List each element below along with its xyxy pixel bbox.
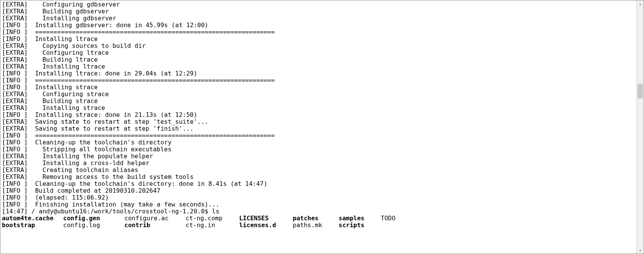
log-line: [EXTRA] Installing the populate helper <box>2 153 635 160</box>
ls-output-row: bootstrapconfig.logcontribct-ng.inlicens… <box>2 222 635 229</box>
log-line: [EXTRA] Creating toolchain aliases <box>2 167 635 174</box>
log-line: [INFO ] ================================… <box>2 77 635 84</box>
scrollbar-thumb[interactable] <box>637 84 643 98</box>
log-line: [EXTRA] Building gdbserver <box>2 8 635 15</box>
log-line: [INFO ] Build completed at 20190310.2026… <box>2 187 635 194</box>
ls-entry: bootstrap <box>2 222 63 229</box>
log-line: [EXTRA] Installing gdbserver <box>2 15 635 22</box>
terminal-window: [EXTRA] Configuring gdbserver[EXTRA] Bui… <box>0 0 644 254</box>
ls-entry: ct-ng.in <box>186 222 239 229</box>
ls-entry: scripts <box>339 222 381 229</box>
ls-entry: config.log <box>63 222 124 229</box>
log-line: [EXTRA] Building strace <box>2 98 635 105</box>
scroll-down-arrow-icon[interactable]: ▾ <box>637 247 644 254</box>
log-line: [INFO ] Installing strace: done in 21.13… <box>2 111 635 118</box>
log-line: [INFO ] Finishing installation (may take… <box>2 201 635 208</box>
log-line: [EXTRA] Configuring gdbserver <box>2 1 635 8</box>
shell-prompt[interactable]: [14:47] / andy@ubuntu16:/work/tools/cros… <box>2 208 635 215</box>
scroll-up-arrow-icon[interactable]: ▴ <box>637 0 644 7</box>
prompt-separator: / <box>28 208 39 215</box>
prompt-command: ls <box>208 208 219 215</box>
ls-entry: paths.mk <box>293 222 339 229</box>
log-line: [EXTRA] Configuring ltrace <box>2 49 635 56</box>
ls-entry: TODO <box>381 215 411 222</box>
ls-entry: samples <box>339 215 381 222</box>
log-line: [INFO ] Stripping all toolchain executab… <box>2 146 635 153</box>
ls-entry: patches <box>293 215 339 222</box>
log-line: [EXTRA] Copying sources to build dir <box>2 43 635 49</box>
ls-entry: contrib <box>124 222 186 229</box>
log-line: [INFO ] (elapsed: 115:06.92) <box>2 194 635 201</box>
ls-entry: configure.ac <box>124 215 186 222</box>
ls-entry: LICENSES <box>239 215 293 222</box>
terminal-output[interactable]: [EXTRA] Configuring gdbserver[EXTRA] Bui… <box>0 0 637 254</box>
log-line: [EXTRA] Installing ltrace <box>2 63 635 70</box>
log-line: [INFO ] Installing strace <box>2 84 635 91</box>
log-line: [EXTRA] Configuring strace <box>2 91 635 98</box>
log-line: [EXTRA] Removing access to the build sys… <box>2 174 635 180</box>
ls-entry <box>381 222 411 229</box>
log-line: [INFO ] ================================… <box>2 132 635 139</box>
log-line: [EXTRA] Building ltrace <box>2 56 635 63</box>
vertical-scrollbar[interactable]: ▴ ▾ <box>636 0 644 254</box>
ls-entry: config.gen <box>63 215 124 222</box>
log-line: [INFO ] ================================… <box>2 29 635 36</box>
log-line: [EXTRA] Installing a cross-ldd helper <box>2 160 635 167</box>
prompt-time-tag: [14:47] <box>2 208 28 215</box>
log-line: [INFO ] Installing ltrace <box>2 36 635 43</box>
ls-output-row: autom4te.cacheconfig.genconfigure.acct-n… <box>2 215 635 222</box>
ls-entry: autom4te.cache <box>2 215 63 222</box>
log-line: [EXTRA] Saving state to restart at step … <box>2 125 635 132</box>
prompt-user-host-path: andy@ubuntu16:/work/tools/crosstool-ng-1… <box>39 208 208 215</box>
log-line: [INFO ] Installing gdbserver: done in 45… <box>2 22 635 29</box>
ls-entry: licenses.d <box>239 222 293 229</box>
log-line: [EXTRA] Saving state to restart at step … <box>2 118 635 125</box>
log-line: [INFO ] Installing ltrace: done in 29.04… <box>2 70 635 77</box>
log-line: [INFO ] Cleaning-up the toolchain's dire… <box>2 180 635 187</box>
log-line: [INFO ] Cleaning-up the toolchain's dire… <box>2 139 635 146</box>
log-line: [EXTRA] Installing strace <box>2 105 635 111</box>
ls-entry: ct-ng.comp <box>186 215 239 222</box>
